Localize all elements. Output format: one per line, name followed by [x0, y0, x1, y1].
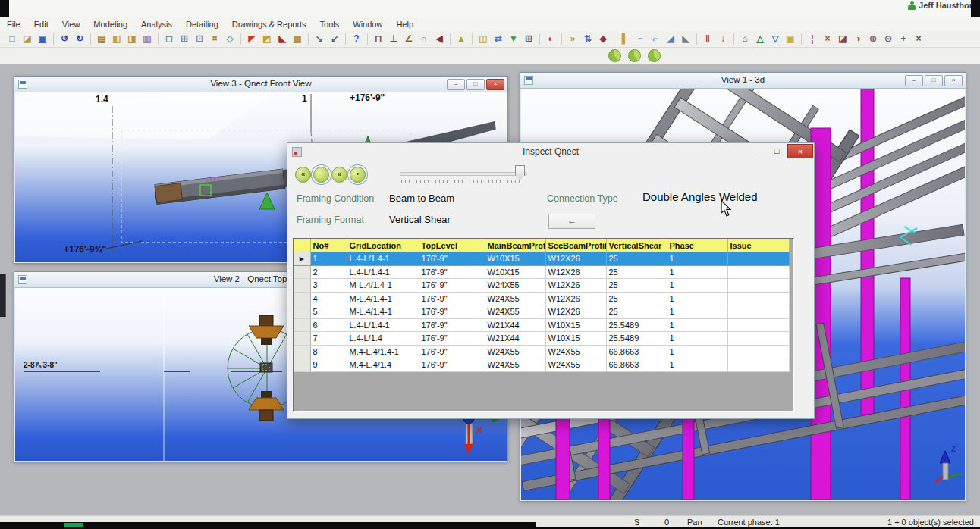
create-slab-icon[interactable]: ◢ — [664, 33, 677, 46]
bolt-tool-icon[interactable]: ¦ — [806, 33, 819, 46]
dialog-minimize-button[interactable]: – — [745, 144, 766, 158]
close-tools-icon[interactable]: × — [912, 33, 925, 46]
basic-view-icon[interactable]: ⊡ — [193, 33, 206, 46]
detail-component-icon[interactable]: △ — [753, 33, 767, 46]
new-view-icon[interactable]: ◻ — [162, 33, 176, 46]
menu-tools[interactable]: Tools — [313, 20, 347, 29]
view1-title-bar[interactable]: View 1 - 3d ‒ □ × — [520, 73, 966, 89]
table-row[interactable]: 5M-L.4/1.4-1176'-9"W24X55W12X26251 — [294, 305, 789, 319]
row-selector-cell[interactable] — [294, 332, 310, 346]
table-row[interactable]: 6L.4-L/1.4-1176'-9"W21X44W10X1525.54891 — [294, 318, 789, 332]
cut-object-icon[interactable]: ▼ — [507, 33, 520, 46]
copy-icon[interactable]: ◧ — [110, 33, 124, 46]
column-header-phase[interactable]: Phase — [667, 239, 727, 252]
material-catalog-icon[interactable]: ▣ — [784, 33, 797, 46]
undo-icon[interactable]: ↺ — [58, 33, 71, 46]
create-point-icon[interactable]: ⊓ — [372, 33, 385, 46]
walk-back-icon[interactable]: ↙ — [328, 33, 341, 46]
dialog-close-button[interactable]: × — [787, 144, 813, 158]
scale-icon[interactable]: + — [897, 33, 910, 46]
back-arrow-button[interactable]: ← — [548, 214, 595, 229]
new-model-icon[interactable]: □ — [5, 33, 19, 46]
green-status-icon-1[interactable] — [608, 49, 621, 62]
view3-title-bar[interactable]: View 3 - Qnect Front View ‒ □ × — [14, 77, 507, 92]
row-selector-cell[interactable] — [294, 279, 310, 293]
phase-manager-icon[interactable]: ◐ — [544, 33, 558, 46]
view-list-icon[interactable]: ⊞ — [177, 33, 191, 46]
dialog-title-bar[interactable]: Inspect Qnect – □ × — [287, 143, 814, 160]
table-row[interactable]: 9M.4-L.4/1.4176'-9"W24X55W24X5566.86631 — [294, 358, 789, 372]
menu-view[interactable]: View — [55, 20, 87, 29]
connection-slider-thumb[interactable] — [515, 165, 525, 180]
menu-modeling[interactable]: Modeling — [86, 20, 134, 29]
drawing-list-icon[interactable]: ▥ — [140, 33, 154, 46]
array-icon[interactable]: ⊕ — [866, 33, 880, 46]
column-header-verticalshear[interactable]: VerticalShear — [606, 239, 667, 252]
export-icon[interactable]: ⇅ — [581, 33, 595, 46]
connection-component-icon[interactable]: ▽ — [768, 33, 782, 46]
clash-check-icon[interactable]: ◀ — [432, 33, 446, 46]
grid-tool-icon[interactable]: ⊞ — [522, 33, 536, 46]
import-icon[interactable]: ◆ — [596, 33, 610, 46]
plot-drawing-icon[interactable]: ◣ — [275, 33, 289, 46]
user-account[interactable]: Jeff Hausthor — [908, 1, 972, 10]
row-selector-cell[interactable] — [294, 265, 310, 279]
print-icon[interactable]: ▤ — [95, 33, 108, 46]
redo-icon[interactable]: ↻ — [73, 33, 86, 46]
menu-file[interactable]: File — [0, 20, 27, 29]
prev-connection-button[interactable]: « — [295, 167, 311, 183]
part-cut-icon[interactable]: ◑ — [851, 33, 865, 46]
paste-icon[interactable]: ◨ — [125, 33, 139, 46]
drawing-grid-icon[interactable]: ▦ — [291, 33, 304, 46]
measure-arc-icon[interactable]: ∩ — [417, 33, 431, 46]
side-panel-tab[interactable] — [0, 274, 6, 317]
save-model-icon[interactable]: ▣ — [36, 33, 49, 46]
table-row[interactable]: 7L.4-L/1.4176'-9"W21X44W10X1525.54891 — [294, 332, 789, 346]
menu-drawings-reports[interactable]: Drawings & Reports — [225, 20, 313, 29]
create-polybeam-icon[interactable]: ⌐ — [649, 33, 662, 46]
close-button[interactable]: × — [486, 79, 504, 90]
auto-connection-icon[interactable]: ▲ — [454, 33, 468, 46]
row-selector-cell[interactable] — [294, 292, 310, 305]
column-header-mainbeamprofile[interactable]: MainBeamProfile — [485, 239, 545, 252]
rotate-icon[interactable]: ⊙ — [881, 33, 895, 46]
menu-analysis[interactable]: Analysis — [134, 20, 179, 29]
row-selector-cell[interactable]: ▶ — [294, 252, 310, 266]
row-selector-cell[interactable] — [294, 305, 310, 319]
create-panel-icon[interactable]: ◣ — [679, 33, 693, 46]
minimize-button[interactable]: ‒ — [447, 79, 465, 90]
current-connection-button[interactable]: • — [350, 167, 366, 183]
create-drawing-icon[interactable]: ◤ — [245, 33, 259, 46]
create-beam-icon[interactable]: − — [633, 33, 647, 46]
select-area-icon[interactable]: ◇ — [223, 33, 237, 46]
maximize-button[interactable]: □ — [925, 75, 943, 86]
dialog-maximize-button[interactable]: □ — [766, 144, 787, 158]
fit-part-icon[interactable]: ◪ — [836, 33, 850, 46]
table-row[interactable]: ▶1L.4-L/1.4-1176'-9"W10X15W12X26251 — [294, 252, 789, 266]
copy-object-icon[interactable]: ◫ — [476, 33, 490, 46]
table-row[interactable]: 3M-L.4/1.4-1176'-9"W24X55W12X26251 — [294, 279, 789, 293]
bolt-pair-icon[interactable]: ‖ — [701, 33, 715, 46]
weld-icon[interactable]: ↓ — [716, 33, 730, 46]
green-status-icon-2[interactable] — [628, 49, 641, 62]
table-row[interactable]: 2L.4-L/1.4-1176'-9"W10X15W12X26251 — [294, 265, 789, 279]
inquire-object-icon[interactable]: ? — [350, 33, 363, 46]
table-row[interactable]: 4M-L.4/1.4-1176'-9"W24X55W12X26251 — [294, 292, 789, 305]
connection-slider-track[interactable] — [400, 172, 527, 176]
drawing-folder-icon[interactable]: ◩ — [260, 33, 274, 46]
next-connection-button[interactable]: » — [331, 167, 347, 183]
column-header-secbeamprofile[interactable]: SecBeamProfile — [545, 239, 606, 252]
row-selector-cell[interactable] — [294, 345, 310, 358]
menu-detailing[interactable]: Detailing — [179, 20, 225, 29]
walk-through-icon[interactable]: ↘ — [313, 33, 326, 46]
zoom-tool-icon[interactable]: ¤ — [208, 33, 221, 46]
table-row[interactable]: 8M.4-L.4/1.4-1176'-9"W24X55W24X5566.8663… — [294, 345, 789, 358]
play-connections-button[interactable] — [313, 167, 329, 183]
component-catalog-icon[interactable]: ⌂ — [738, 33, 752, 46]
minimize-button[interactable]: ‒ — [905, 75, 923, 86]
fast-forward-icon[interactable]: » — [566, 33, 580, 46]
close-button[interactable]: × — [944, 75, 963, 86]
maximize-button[interactable]: □ — [466, 79, 485, 90]
column-header-no[interactable]: No# — [310, 239, 347, 252]
menu-edit[interactable]: Edit — [27, 20, 55, 29]
